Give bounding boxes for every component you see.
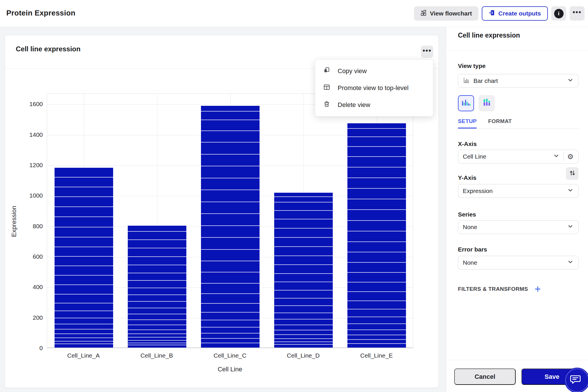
y-tick-label: 1400 (5, 131, 43, 138)
ellipsis-icon: ••• (423, 50, 432, 53)
app-root: Protein Expression View flowchart (0, 0, 588, 392)
bar-segment-line (274, 330, 333, 330)
bar-segment-line (55, 196, 113, 197)
add-filter-button[interactable] (533, 284, 542, 294)
bar-cell_line_c (201, 106, 260, 348)
bar-segment-line (274, 219, 333, 219)
bar-segment-line (347, 301, 406, 301)
y-tick-label: 200 (5, 314, 43, 321)
bar-segment-line (128, 248, 186, 248)
bar-segment-line (201, 120, 260, 120)
gear-icon[interactable]: ⚙ (567, 153, 574, 160)
bar-segment-line (55, 318, 113, 318)
bar-segment-line (55, 338, 113, 338)
bar-segment-line (128, 288, 186, 288)
y-tick-label: 1200 (5, 162, 43, 169)
bar-segment-line (128, 301, 186, 302)
bar-segment-line (55, 284, 113, 285)
bar-segment-line (347, 146, 406, 147)
bar-segment-line (274, 210, 333, 211)
bar-segment-line (128, 325, 186, 325)
bar-segment-line (347, 188, 406, 189)
chart-card-more-button[interactable]: ••• (421, 46, 433, 58)
bar-segment-line (347, 335, 406, 335)
series-select[interactable]: None (458, 220, 579, 234)
bar-segment-line (55, 177, 113, 178)
bar-segment-line (274, 325, 333, 325)
bar-segment-line (347, 136, 406, 137)
tab-setup[interactable]: SETUP (458, 118, 477, 128)
bar-segment-line (128, 319, 186, 320)
view-settings-panel: Cell line expression View type Bar chart (446, 27, 588, 392)
view-flowchart-button[interactable]: View flowchart (414, 6, 478, 21)
chart-card-title: Cell line expression (16, 45, 80, 53)
bar-segment-line (347, 199, 406, 199)
view-type-value: Bar chart (473, 77, 498, 84)
bar-segment-line (347, 291, 406, 292)
bar-segment-line (55, 294, 113, 295)
filters-transforms-label: FILTERS & TRANSFORMS (458, 286, 528, 292)
stacked-bar-chart-button[interactable] (479, 95, 495, 111)
bar-segment-line (274, 237, 333, 238)
bar-segment-line (128, 314, 186, 314)
bar-segment-line (274, 264, 333, 265)
chevron-down-icon (567, 259, 574, 267)
bar-segment-line (347, 262, 406, 263)
swap-axes-button[interactable] (566, 167, 579, 180)
bar-segment-line (55, 311, 113, 311)
grouped-bar-chart-button[interactable] (458, 95, 474, 111)
y-axis-select[interactable]: Expression (458, 184, 579, 198)
bar-segment-line (128, 345, 186, 345)
bar-segment-line (274, 196, 333, 197)
cancel-button[interactable]: Cancel (454, 368, 516, 385)
bar-segment-line (55, 324, 113, 324)
bar-segment-line (128, 308, 186, 308)
bar-segment-line (274, 246, 333, 247)
create-outputs-button[interactable]: Create outputs (482, 6, 548, 21)
bar-segment-line (128, 265, 186, 265)
header-more-button[interactable]: ••• (570, 6, 585, 21)
x-axis-select[interactable]: Cell Line ⚙ (458, 150, 579, 163)
chat-fab-button[interactable] (564, 368, 588, 392)
bar-segment-line (128, 280, 186, 281)
bar-segment-line (274, 334, 333, 335)
bar-segment-line (128, 329, 186, 330)
view-context-menu: Copy view Promote view to top-level De (315, 59, 433, 116)
bar-segment-line (55, 329, 113, 329)
bar-segment-line (347, 178, 406, 178)
tab-format[interactable]: FORMAT (488, 118, 512, 128)
x-tick-label: Cell_Line_D (287, 352, 320, 359)
bar-segment-line (128, 273, 186, 273)
info-button[interactable]: i (551, 6, 566, 21)
bar-cell_line_e (347, 123, 406, 348)
bar-segment-line (55, 275, 113, 276)
menu-item-copy-view[interactable]: Copy view (315, 63, 433, 79)
bar-segment-line (274, 290, 333, 290)
bar-segment-line (347, 128, 406, 129)
bar-segment-line (201, 343, 260, 343)
bar-segment-line (201, 272, 260, 272)
bar-segment-line (201, 320, 260, 320)
bar-segment-line (201, 213, 260, 214)
bar-segment-line (274, 313, 333, 313)
menu-item-delete-view[interactable]: Delete view (315, 96, 433, 113)
view-type-select[interactable]: Bar chart (458, 74, 579, 88)
bar-segment-line (347, 323, 406, 324)
panel-title: Cell line expression (458, 32, 520, 39)
bar-segment-line (201, 166, 260, 166)
bar-cell_line_d (274, 193, 333, 348)
bar-segment-line (55, 303, 113, 303)
bar-segment-line (274, 228, 333, 229)
x-axis-label: X-Axis (458, 141, 477, 147)
chevron-down-icon (553, 153, 560, 161)
y-axis-label: Y-Axis (458, 174, 476, 181)
bar-segment-line (274, 319, 333, 319)
bar-segment-line (201, 154, 260, 155)
menu-item-promote-view[interactable]: Promote view to top-level (315, 79, 433, 96)
y-tick-label: 800 (5, 223, 43, 230)
bar-segment-line (274, 202, 333, 202)
bar-segment-line (55, 247, 113, 247)
error-bars-select[interactable]: None (458, 256, 579, 270)
chevron-down-icon (567, 223, 574, 231)
bar-segment-line (347, 231, 406, 231)
